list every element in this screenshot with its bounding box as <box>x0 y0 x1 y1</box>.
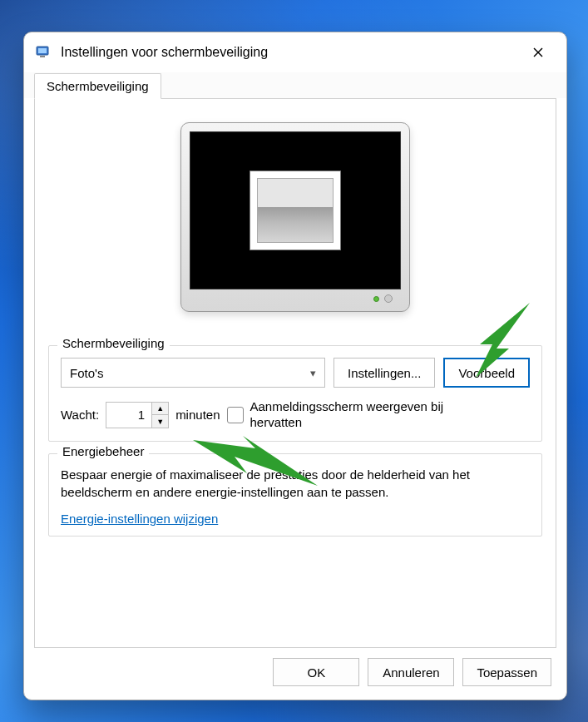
tab-schermbeveiliging[interactable]: Schermbeveiliging <box>34 73 161 99</box>
spin-up-button[interactable]: ▲ <box>152 403 168 416</box>
close-icon <box>533 47 543 57</box>
close-button[interactable] <box>520 39 556 66</box>
preview-monitor <box>48 122 542 312</box>
resume-login-checkbox[interactable] <box>227 407 244 423</box>
preview-button[interactable]: Voorbeeld <box>443 358 530 388</box>
svg-rect-1 <box>38 48 47 53</box>
preview-screen <box>190 131 401 289</box>
screensaver-select-value: Foto's <box>70 366 103 380</box>
power-settings-link[interactable]: Energie-instellingen wijzigen <box>61 512 218 526</box>
screensaver-settings-dialog: Instellingen voor schermbeveiliging Sche… <box>23 32 567 700</box>
screensaver-icon <box>36 44 52 61</box>
settings-button[interactable]: Instellingen... <box>334 358 435 388</box>
photo-icon <box>250 171 341 250</box>
tab-strip: Schermbeveiliging <box>24 72 566 98</box>
screensaver-group-title: Schermbeveiliging <box>57 336 170 350</box>
power-description: Bespaar energie of maximaliseer de prest… <box>61 466 530 502</box>
wait-spinbox[interactable]: 1 ▲ ▼ <box>106 402 169 428</box>
svg-rect-2 <box>40 56 45 57</box>
screensaver-select[interactable]: Foto's ▾ <box>61 358 325 388</box>
power-button-icon <box>384 294 393 303</box>
led-icon <box>373 296 379 302</box>
chevron-down-icon: ▾ <box>310 367 316 379</box>
screensaver-group: Schermbeveiliging Foto's ▾ Instellingen.… <box>48 345 542 442</box>
apply-button[interactable]: Toepassen <box>462 658 551 686</box>
spin-down-button[interactable]: ▼ <box>152 415 168 428</box>
tab-panel: Schermbeveiliging Foto's ▾ Instellingen.… <box>34 98 556 648</box>
cancel-button[interactable]: Annuleren <box>368 658 454 686</box>
wait-value: 1 <box>106 403 151 428</box>
power-group-title: Energiebeheer <box>57 444 149 458</box>
wait-label: Wacht: <box>61 408 99 422</box>
resume-login-label: Aanmeldingsscherm weergeven bij hervatte… <box>250 399 483 431</box>
dialog-footer: OK Annuleren Toepassen <box>24 648 566 700</box>
window-title: Instellingen voor schermbeveiliging <box>61 45 520 60</box>
wait-unit: minuten <box>175 408 220 422</box>
titlebar: Instellingen voor schermbeveiliging <box>24 32 566 72</box>
ok-button[interactable]: OK <box>273 658 359 686</box>
power-group: Energiebeheer Bespaar energie of maximal… <box>48 453 542 537</box>
